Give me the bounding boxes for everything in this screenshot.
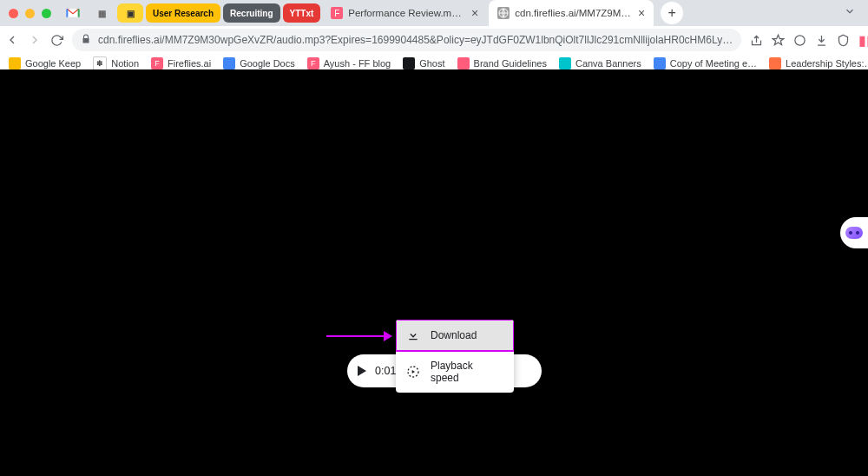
back-button[interactable] (5, 32, 19, 48)
menu-label: Download (431, 329, 477, 341)
bookmark-ghost[interactable]: Ghost (403, 57, 444, 69)
address-bar[interactable]: cdn.fireflies.ai/MM7Z9M30wpGeXvZR/audio.… (72, 29, 741, 51)
bookmark-notion[interactable]: ✽Notion (93, 56, 139, 70)
bookmark-copy-of-meeting[interactable]: Copy of Meeting e… (654, 57, 757, 69)
page-content: 0:01 / Download Playback speed (0, 69, 868, 476)
download-icon (406, 328, 420, 342)
bookmark-brand-guidelines[interactable]: Brand Guidelines (457, 57, 547, 69)
pinned-tab-user-research[interactable]: User Research (146, 3, 220, 23)
globe-icon (497, 7, 510, 19)
tab-label: cdn.fireflies.ai/MM7Z9M30wp (515, 8, 633, 18)
pinned-tab-recruiting[interactable]: Recruiting (223, 3, 279, 23)
extension-icon[interactable] (793, 32, 806, 48)
close-tab-icon[interactable]: × (638, 6, 645, 20)
url-text: cdn.fireflies.ai/MM7Z9M30wpGeXvZR/audio.… (98, 34, 733, 46)
minimize-window-button[interactable] (25, 9, 35, 18)
window-controls (9, 9, 51, 18)
annotation-arrow (326, 335, 391, 337)
audio-context-menu: Download Playback speed (396, 320, 514, 393)
bookmark-leadership-styles[interactable]: Leadership Styles:… (769, 57, 868, 69)
bookmark-google-keep[interactable]: Google Keep (9, 57, 81, 69)
menu-item-playback-speed[interactable]: Playback speed (396, 351, 514, 393)
play-button[interactable] (358, 366, 366, 376)
assistant-icon (845, 227, 863, 239)
speed-icon (406, 365, 420, 379)
bookmark-fireflies[interactable]: FFireflies.ai (151, 57, 211, 69)
pinned-tab-yttxt[interactable]: YTTxt (283, 3, 321, 23)
reload-button[interactable] (50, 32, 63, 48)
tab-cdn-fireflies[interactable]: cdn.fireflies.ai/MM7Z9M30wp × (489, 0, 654, 26)
bookmark-google-docs[interactable]: Google Docs (223, 57, 295, 69)
close-tab-icon[interactable]: × (471, 6, 478, 20)
tab-strip: ▦ ▣ User Research Recruiting YTTxt F Per… (0, 0, 868, 26)
pinned-tab-app-1[interactable]: ▦ (89, 3, 115, 23)
tab-overflow-icon[interactable] (844, 5, 856, 21)
close-window-button[interactable] (9, 9, 18, 18)
bookmark-ayush-ff-blog[interactable]: FAyush - FF blog (307, 57, 391, 69)
extension-fireflies-icon[interactable]: ▮▮ (858, 32, 868, 48)
maximize-window-button[interactable] (42, 9, 51, 18)
assistant-widget[interactable] (840, 217, 868, 248)
bookmark-canva-banners[interactable]: Canva Banners (559, 57, 641, 69)
forward-button[interactable] (28, 32, 42, 48)
pinned-tab-gmail[interactable] (60, 3, 86, 23)
tab-performance-review[interactable]: F Performance Review.mp3 - M × (322, 0, 487, 26)
tab-favicon: F (331, 7, 343, 19)
tab-label: Performance Review.mp3 - M (348, 8, 466, 18)
star-icon[interactable] (772, 32, 785, 48)
download-icon[interactable] (815, 32, 828, 48)
lock-icon (81, 34, 91, 46)
toolbar: cdn.fireflies.ai/MM7Z9M30wpGeXvZR/audio.… (0, 26, 868, 54)
svg-point-1 (795, 35, 805, 44)
shield-icon[interactable] (837, 32, 850, 48)
menu-item-download[interactable]: Download (396, 320, 514, 351)
menu-label: Playback speed (431, 360, 503, 384)
pinned-tab-app-2[interactable]: ▣ (117, 3, 143, 23)
share-icon[interactable] (750, 32, 763, 48)
new-tab-button[interactable]: + (661, 2, 683, 24)
